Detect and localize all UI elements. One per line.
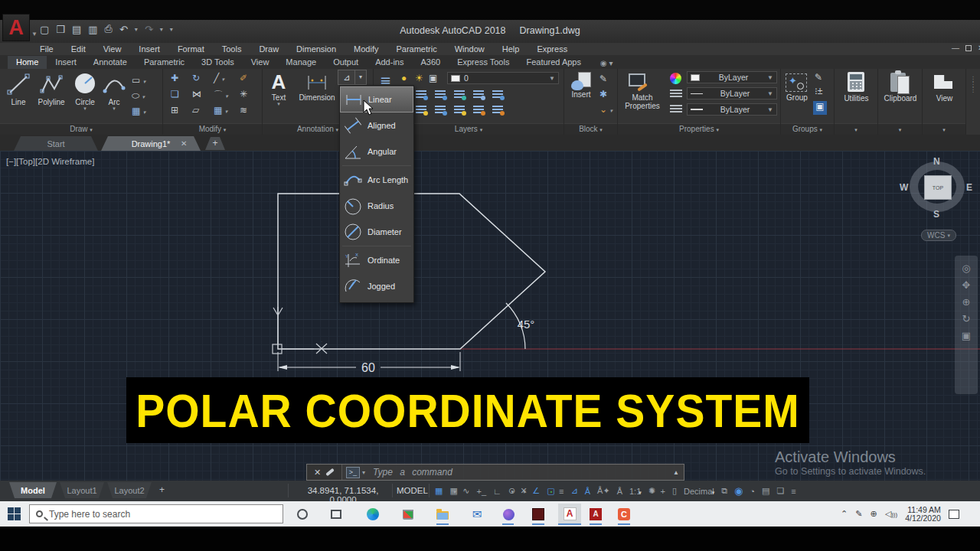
lineweight-toggle-icon[interactable]: ▢▪ — [547, 486, 552, 496]
showmotion-icon[interactable]: ▣ — [962, 331, 971, 341]
panel-label-view[interactable]: ▾ — [923, 123, 965, 135]
autocad-taskbar-icon[interactable]: A — [558, 504, 581, 524]
command-expand-icon[interactable]: ▲ — [673, 469, 679, 476]
object-color-dropdown[interactable]: ByLayer ▼ — [687, 71, 777, 83]
layer-tool-icon[interactable] — [454, 106, 465, 114]
undo-icon[interactable]: ↶ — [119, 24, 128, 35]
pen-icon[interactable]: ✎ — [855, 509, 862, 519]
stretch-icon[interactable]: ⊞ — [171, 105, 178, 116]
panel-label-properties[interactable]: Properties ▾ — [618, 123, 780, 135]
browser-planet-icon[interactable] — [501, 507, 515, 521]
circle-button[interactable]: Circle▾ — [70, 72, 100, 110]
cortana-icon[interactable] — [296, 507, 309, 521]
isolate-objects-icon[interactable]: ◔ — [750, 487, 755, 496]
open-file-icon[interactable]: ❒ — [56, 24, 65, 35]
annotation-visibility-icon[interactable]: Å — [585, 487, 590, 496]
tab-view[interactable]: View — [243, 56, 278, 69]
volume-icon[interactable]: ◁))) — [885, 509, 897, 519]
rotate-icon[interactable]: ↻ — [192, 73, 200, 83]
tab-featured-apps[interactable]: Featured Apps — [518, 56, 590, 69]
dimension-chevron-icon[interactable]: ▾ — [355, 70, 366, 84]
navigation-bar[interactable]: ◎ ✥ ⊕ ↻ ▣ — [955, 256, 978, 394]
start-button[interactable] — [8, 507, 21, 520]
utilities-button[interactable]: Utilities — [835, 94, 878, 103]
new-layout-button[interactable]: + — [159, 484, 165, 495]
units-ruler-icon[interactable]: ▯ — [672, 486, 677, 496]
tab-a360[interactable]: A360 — [412, 56, 449, 69]
move-icon[interactable]: ✚ — [171, 73, 178, 83]
save-as-icon[interactable]: ▥ — [88, 24, 97, 35]
insert-block-button[interactable]: Insert — [567, 72, 595, 99]
menu-item-radius[interactable]: Radius — [340, 193, 413, 219]
menu-item-arc-length[interactable]: Arc Length — [340, 167, 413, 193]
viewcube-east[interactable]: E — [966, 182, 972, 193]
tab-annotate[interactable]: Annotate — [85, 56, 136, 69]
selection-cycling-icon[interactable]: ⊿ — [571, 486, 578, 496]
layer-tool-icon[interactable] — [492, 106, 503, 114]
clipboard-button[interactable]: Clipboard — [878, 94, 923, 103]
autoscale-icon[interactable]: Å✦ — [597, 486, 610, 496]
panel-label-utilities[interactable]: ▾ — [835, 123, 877, 135]
redo-icon[interactable]: ↷ — [145, 24, 153, 35]
line-button[interactable]: Line — [5, 72, 32, 106]
menu-window[interactable]: Window — [455, 44, 485, 54]
tab-insert[interactable]: Insert — [47, 56, 85, 69]
layer-select-dropdown[interactable]: 0 ▼ — [447, 72, 559, 84]
linetype-icon[interactable] — [670, 90, 682, 99]
tray-expand-icon[interactable]: ⌃ — [841, 509, 848, 519]
lineweight-chevron-icon[interactable]: ▼ — [767, 106, 773, 113]
units-value[interactable]: Decimal ▾ — [684, 487, 714, 496]
menu-help[interactable]: Help — [502, 44, 520, 54]
group-selection-toggle-icon[interactable]: ▣ — [813, 101, 827, 115]
app-menu-chevron-icon[interactable]: ▼ — [31, 31, 38, 37]
panel-label-block[interactable]: Block ▾ — [564, 123, 617, 135]
command-input[interactable]: Type a command — [373, 467, 452, 478]
menu-dimension[interactable]: Dimension — [296, 44, 336, 54]
rectangle-tool-icon[interactable]: ▭ ▾ — [132, 75, 145, 86]
osnap-tracking-icon[interactable]: ✕▾ — [521, 486, 526, 496]
ellipse-tool-icon[interactable]: ⬭ ▾ — [132, 90, 145, 101]
menu-parametric[interactable]: Parametric — [396, 44, 436, 54]
undo-chevron-icon[interactable]: ▾ — [135, 26, 138, 33]
new-file-icon[interactable]: ▢ — [40, 24, 49, 35]
taskbar-clock[interactable]: 11:49 AM 4/12/2020 — [905, 506, 941, 523]
autocad-logo-icon[interactable]: A — [2, 14, 30, 41]
viewcube-north[interactable]: N — [933, 156, 940, 167]
panel-label-draw[interactable]: Draw ▾ — [0, 123, 162, 135]
polar-tracking-icon[interactable]: ∟ — [493, 487, 501, 496]
ungroup-icon[interactable]: ✎ — [815, 72, 822, 83]
taskbar-search-input[interactable]: Type here to search — [29, 504, 283, 523]
tab-close-icon[interactable]: ✕ — [181, 139, 187, 148]
customization-menu-icon[interactable]: ≡ — [791, 487, 795, 496]
viewcube-top-face[interactable]: TOP — [924, 175, 952, 200]
command-prompt-icon[interactable]: >_ — [346, 467, 360, 478]
array-icon[interactable]: ▦ ▾ — [214, 105, 227, 116]
menu-item-ordinate[interactable]: YX Ordinate — [340, 247, 413, 273]
media-app-icon[interactable] — [531, 507, 545, 521]
doc-minimize-button[interactable]: — — [952, 44, 959, 52]
match-properties-button[interactable]: MatchProperties — [619, 93, 665, 110]
layer-on-bulb-icon[interactable]: ● — [401, 73, 407, 83]
ribbon-options-icon[interactable]: ◉ ▾ — [600, 59, 613, 69]
tab-home[interactable]: Home — [8, 56, 47, 69]
menu-draw[interactable]: Draw — [259, 44, 279, 54]
hatch-tool-icon[interactable]: ▦ ▾ — [132, 106, 145, 116]
command-recent-chevron-icon[interactable]: ▾ — [362, 469, 365, 476]
snap-toggle-icon[interactable]: ▦▾ — [449, 486, 456, 496]
layer-tool-icon[interactable] — [473, 90, 484, 99]
text-button[interactable]: A Text▾ — [267, 70, 290, 106]
zoom-icon[interactable]: ⊕ — [962, 297, 971, 307]
layer-dropdown-chevron-icon[interactable]: ▼ — [549, 75, 555, 82]
annotation-scale-value[interactable]: 1:1 ▾ — [629, 487, 642, 496]
panel-label-groups[interactable]: Groups ▾ — [781, 123, 834, 135]
calculator-icon[interactable] — [848, 72, 864, 92]
doc-restore-button[interactable] — [965, 45, 972, 51]
annotation-monitor-icon[interactable]: + — [660, 487, 665, 496]
layer-tool-icon[interactable] — [435, 90, 446, 99]
group-edit-icon[interactable]: ⁝± — [815, 86, 822, 96]
model-space-indicator[interactable]: MODEL — [397, 486, 428, 495]
arc-button[interactable]: Arc▾ — [101, 72, 127, 110]
menu-edit[interactable]: Edit — [71, 44, 86, 54]
tab-express-tools[interactable]: Express Tools — [449, 56, 518, 69]
scale-icon[interactable]: ▱ — [192, 105, 199, 116]
